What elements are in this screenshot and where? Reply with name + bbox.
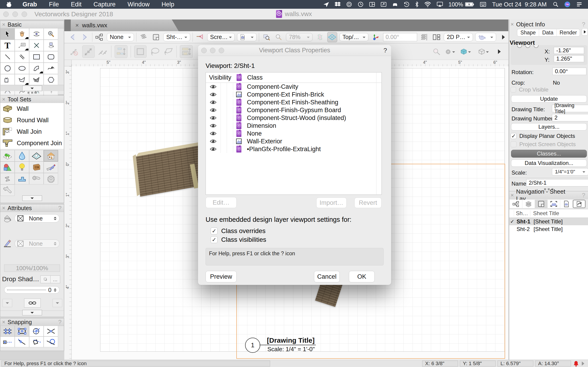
spotlight-icon[interactable] <box>553 1 559 7</box>
visibility-column-header[interactable]: Visibility <box>206 74 233 81</box>
close-palette-icon[interactable]: × <box>2 21 5 28</box>
toolset-machine-design[interactable] <box>44 173 58 184</box>
crop-visible-row[interactable]: Crop Visible <box>510 86 548 93</box>
nav-sheet-layers-icon[interactable] <box>535 200 548 208</box>
visibility-cell-invisible[interactable] <box>221 122 227 130</box>
menu-item[interactable]: Edit <box>65 1 88 8</box>
attr-flyout-right[interactable] <box>52 299 62 307</box>
circle-tool[interactable] <box>0 63 15 74</box>
classes-button[interactable]: Classes... <box>511 150 587 158</box>
data-visualization-button[interactable]: Data Visualization... <box>511 159 587 167</box>
close-palette-icon[interactable]: × <box>2 96 5 102</box>
visibility-cell-gray[interactable] <box>227 114 233 122</box>
drawing-number-field[interactable]: 2 <box>552 114 588 121</box>
notification-center-icon[interactable] <box>576 2 582 7</box>
toolset-visualization[interactable] <box>15 161 29 173</box>
extrude-tool[interactable] <box>44 40 58 51</box>
layer-dropdown[interactable]: None <box>107 33 134 41</box>
saved-views-icon[interactable] <box>95 32 104 42</box>
drawing-title-label[interactable]: [Drawing Title] <box>267 336 315 344</box>
class-row[interactable]: V Wall-Exterior <box>206 137 381 145</box>
layers-button[interactable]: Layers... <box>511 123 587 131</box>
visibility-cell-invisible[interactable] <box>221 106 227 114</box>
sheet-title-column-header[interactable]: Sheet Title <box>530 210 559 217</box>
pen-style-dropdown[interactable]: None <box>15 240 60 248</box>
palette-resize-grip[interactable] <box>27 92 37 94</box>
tool-wall-join[interactable]: Wall Join <box>0 126 64 137</box>
tool-round-wall[interactable]: Round Wall <box>0 115 64 126</box>
layers-icon[interactable] <box>139 32 149 42</box>
toolset-detailing[interactable] <box>0 173 15 184</box>
toolset-furnishings[interactable] <box>29 161 44 173</box>
visibility-cell-gray[interactable] <box>227 98 233 106</box>
apple-menu-icon[interactable] <box>6 1 11 7</box>
toolset-building-shell[interactable] <box>44 150 58 161</box>
close-palette-icon[interactable]: × <box>2 319 5 325</box>
back-ic on[interactable] <box>68 32 78 42</box>
name-field[interactable]: 2/Sht-1 <box>526 179 588 186</box>
sheet-layer-icon[interactable] <box>151 32 161 42</box>
mode-marquee-icon[interactable] <box>134 45 147 58</box>
update-button[interactable]: Update <box>511 95 587 102</box>
visibility-cell-invisible[interactable] <box>221 145 227 153</box>
ok-button[interactable]: OK <box>349 271 375 282</box>
forward-icon[interactable] <box>80 32 90 42</box>
palette-collapse-button[interactable] <box>22 310 42 315</box>
close-palette-icon[interactable]: × <box>510 192 514 198</box>
dialog-zoom-button[interactable] <box>219 48 224 53</box>
class-row[interactable]: V None <box>206 130 381 137</box>
nav-viewports-icon[interactable] <box>548 200 560 208</box>
class-row[interactable]: V Component-Finish-Gypsum Board <box>206 106 381 114</box>
snap-to-object[interactable] <box>15 326 29 336</box>
snap-to-tangent[interactable] <box>44 336 58 347</box>
anchor-point[interactable] <box>534 45 539 48</box>
plane-dropdown[interactable]: 2D P… <box>444 33 473 41</box>
snap-to-intersection[interactable] <box>44 326 58 336</box>
nav-references-icon[interactable] <box>573 200 586 208</box>
zoom-line-icon[interactable] <box>274 32 284 42</box>
settings-checkbox-row[interactable]: ✓ Class visibilities <box>211 236 266 243</box>
regular-polygon-tool[interactable] <box>44 74 58 85</box>
mode-resize-icon[interactable] <box>82 45 95 58</box>
menu-item[interactable]: Capture <box>87 1 121 8</box>
mode-resize-both-icon[interactable] <box>98 47 108 57</box>
tab-shape[interactable]: Shape <box>517 29 539 36</box>
toolset-site-planning[interactable] <box>0 150 15 161</box>
drop-shadow-toggle[interactable] <box>41 276 51 283</box>
view-dropdown[interactable]: Top/… <box>339 33 368 41</box>
nav-saved-views-icon[interactable] <box>560 200 573 208</box>
nav-classes-icon[interactable] <box>510 200 522 208</box>
dialog-help-icon[interactable]: ? <box>383 47 387 54</box>
mode-lasso-icon[interactable] <box>150 47 160 57</box>
visibility-cell-gray[interactable] <box>227 122 233 130</box>
angle-field[interactable]: 0.00° <box>383 33 417 41</box>
menubar-clock[interactable]: Tue Oct 24 9:28 AM <box>492 1 547 8</box>
file-reference-dropdown[interactable] <box>237 33 257 41</box>
help-icon[interactable]: ? <box>58 205 61 212</box>
polygon-tool[interactable] <box>15 74 29 85</box>
window-arrangement-icon[interactable] <box>432 32 441 42</box>
help-icon[interactable]: ? <box>582 21 585 28</box>
crop-visible-checkbox[interactable] <box>510 87 516 92</box>
battery-indicator[interactable]: 100% <box>449 1 474 8</box>
import-button[interactable]: Import… <box>316 198 346 208</box>
tool-component-join[interactable]: Component Join <box>0 137 64 149</box>
visibility-eye-icon[interactable] <box>206 147 221 151</box>
toolset-piping[interactable] <box>15 173 29 184</box>
render-mode-dropdown[interactable] <box>475 33 496 42</box>
class-row[interactable]: V Component-Ext Finish-Sheathing <box>206 98 381 106</box>
snap-to-grid[interactable] <box>0 326 15 336</box>
close-palette-icon[interactable]: × <box>510 21 514 27</box>
dialog-close-button[interactable] <box>201 48 207 53</box>
sheet-row[interactable]: ✓ Sht-1 [Sheet Title] <box>509 218 588 225</box>
panel-flyout-arrow[interactable] <box>582 28 588 35</box>
sheet-row[interactable]: ✓ Sht-2 [Sheet Title] <box>509 225 588 233</box>
toolset-custom[interactable] <box>0 184 15 196</box>
text-tool[interactable]: T <box>0 40 15 51</box>
airplay-icon[interactable] <box>437 2 443 7</box>
toolset-3d-modeling[interactable] <box>0 161 15 173</box>
tool-wall[interactable]: Wall <box>0 103 64 115</box>
ellipse-tool[interactable] <box>15 63 29 74</box>
toolset-drafting[interactable] <box>29 150 44 161</box>
line-weight-dropdown[interactable]: 0 <box>4 286 60 294</box>
